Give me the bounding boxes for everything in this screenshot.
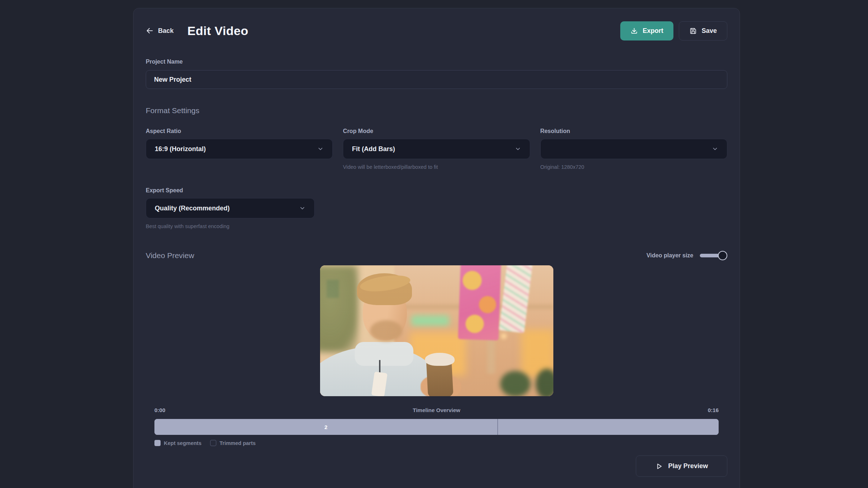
crop-mode-select[interactable]: Fit (Add Bars) [343,139,530,159]
chevron-down-icon [712,146,718,152]
player-size-slider[interactable] [700,251,727,260]
chevron-down-icon [317,146,324,152]
video-preview-heading: Video Preview [146,251,194,260]
download-icon [630,27,638,35]
export-speed-field: Export Speed Quality (Recommended) Best … [146,187,315,229]
header-actions: Export Save [620,21,727,40]
export-speed-label: Export Speed [146,187,315,194]
resolution-label: Resolution [540,128,727,134]
trimmed-parts-swatch [210,440,216,446]
footer-actions: Play Preview [146,455,727,477]
aspect-ratio-select[interactable]: 16:9 (Horizontal) [146,139,333,159]
play-preview-label: Play Preview [668,462,708,470]
resolution-helper: Original: 1280x720 [540,164,727,170]
legend-item-trimmed: Trimmed parts [210,440,256,446]
project-name-label: Project Name [146,59,727,65]
timeline-header: 0:00 Timeline Overview 0:16 [154,407,719,413]
legend-item-kept: Kept segments [154,440,201,446]
back-button[interactable]: Back [146,27,174,35]
video-preview-header: Video Preview Video player size [146,251,727,260]
video-preview-frame [320,265,553,396]
crop-mode-field: Crop Mode Fit (Add Bars) Video will be l… [343,128,530,170]
aspect-ratio-value: 16:9 (Horizontal) [155,145,206,153]
floppy-disk-icon [689,27,697,35]
export-speed-select[interactable]: Quality (Recommended) [146,198,315,218]
timeline-end-time: 0:16 [708,407,719,413]
resolution-field: Resolution Original: 1280x720 [540,128,727,170]
aspect-ratio-field: Aspect Ratio 16:9 (Horizontal) [146,128,333,170]
back-label: Back [158,27,174,35]
timeline-bar[interactable]: 2 [154,419,719,435]
export-button[interactable]: Export [620,21,673,40]
crop-mode-helper: Video will be letterboxed/pillarboxed to… [343,164,530,170]
crop-mode-value: Fit (Add Bars) [352,145,395,153]
save-label: Save [702,27,717,35]
player-size-label: Video player size [646,252,693,259]
resolution-select[interactable] [540,139,727,159]
format-settings-grid: Aspect Ratio 16:9 (Horizontal) Crop Mode… [146,128,727,170]
timeline-heading: Timeline Overview [165,407,708,413]
save-button[interactable]: Save [679,21,727,40]
export-speed-value: Quality (Recommended) [155,205,230,212]
timeline-legend: Kept segments Trimmed parts [154,440,719,446]
player-size-control: Video player size [646,251,727,260]
format-settings-heading: Format Settings [146,106,727,115]
timeline-segment[interactable]: 2 [154,419,497,435]
video-art-tone-overlay [320,265,553,396]
chevron-down-icon [515,146,521,152]
export-label: Export [643,27,663,35]
chevron-down-icon [299,205,306,211]
export-speed-helper: Best quality with superfast encoding [146,223,315,229]
play-icon [655,462,663,470]
slider-thumb[interactable] [718,251,727,260]
crop-mode-label: Crop Mode [343,128,530,134]
video-preview-wrap [146,265,727,396]
edit-video-panel: Back Edit Video Export Save Project Name… [133,8,740,488]
timeline-section: 0:00 Timeline Overview 0:16 2 Kept segme… [146,407,727,446]
project-name-input[interactable] [146,70,727,89]
kept-segment-swatch [154,440,161,446]
arrow-left-icon [146,27,154,35]
legend-kept-label: Kept segments [164,440,201,446]
timeline-start-time: 0:00 [154,407,165,413]
timeline-segment[interactable] [497,419,719,435]
legend-trimmed-label: Trimmed parts [220,440,256,446]
header: Back Edit Video Export Save [146,21,727,40]
aspect-ratio-label: Aspect Ratio [146,128,333,134]
page-title: Edit Video [187,24,248,38]
play-preview-button[interactable]: Play Preview [636,455,727,477]
